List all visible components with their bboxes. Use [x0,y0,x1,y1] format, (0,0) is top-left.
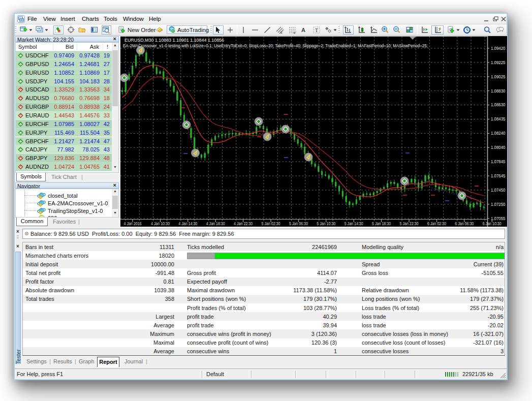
svg-text:1.07055: 1.07055 [491,216,506,221]
svg-text:1.08240: 1.08240 [491,131,506,136]
svg-text:5 Jan 18:30: 5 Jan 18:30 [372,221,391,226]
svg-text:4 Jan 2016: 4 Jan 2016 [124,221,142,226]
svg-text:4 Jan 10:30: 4 Jan 10:30 [151,221,170,226]
svg-text:1.08830: 1.08830 [491,88,506,94]
svg-text:1.08040: 1.08040 [491,145,506,150]
svg-text:4 Jan 14:30: 4 Jan 14:30 [178,221,197,226]
svg-text:6 Jan 10:30: 6 Jan 10:30 [483,221,502,226]
svg-text:5 Jan 06:30: 5 Jan 06:30 [289,221,308,226]
svg-text:5 Jan 02:30: 5 Jan 02:30 [262,221,280,226]
svg-text:1.07645: 1.07645 [491,173,506,178]
svg-text:1.09420: 1.09420 [491,46,506,51]
svg-text:E: E [280,31,283,34]
svg-text:6 Jan 06:30: 6 Jan 06:30 [455,221,474,226]
svg-text:T: T [315,27,318,33]
svg-text:4 Jan 22:30: 4 Jan 22:30 [234,221,253,226]
svg-text:5 Jan 10:30: 5 Jan 10:30 [317,221,335,226]
svg-text:1.07450: 1.07450 [491,188,506,193]
svg-text:5 Jan 14:30: 5 Jan 14:30 [345,221,363,226]
svg-text:4 Jan 18:30: 4 Jan 18:30 [206,221,225,226]
svg-text:1.07845: 1.07845 [491,159,506,164]
svg-text:F: F [294,32,296,35]
svg-text:1.08630: 1.08630 [491,102,506,107]
svg-text:5 Jan 22:30: 5 Jan 22:30 [400,221,419,226]
svg-text:6 Jan 02:30: 6 Jan 02:30 [427,221,446,226]
svg-text:EURUSD,M30 1.10883 1.10901 1.: EURUSD,M30 1.10883 1.10901 1.10844 1.108… [124,38,224,43]
svg-text:EA-2MACrossover_v1-0 testing w: EA-2MACrossover_v1-0 testing with LotSiz… [123,43,428,48]
svg-text:1.08435: 1.08435 [491,116,506,121]
svg-text:1.09025: 1.09025 [491,74,506,79]
svg-text:1.09225: 1.09225 [491,60,506,65]
svg-text:1.07250: 1.07250 [491,202,506,207]
